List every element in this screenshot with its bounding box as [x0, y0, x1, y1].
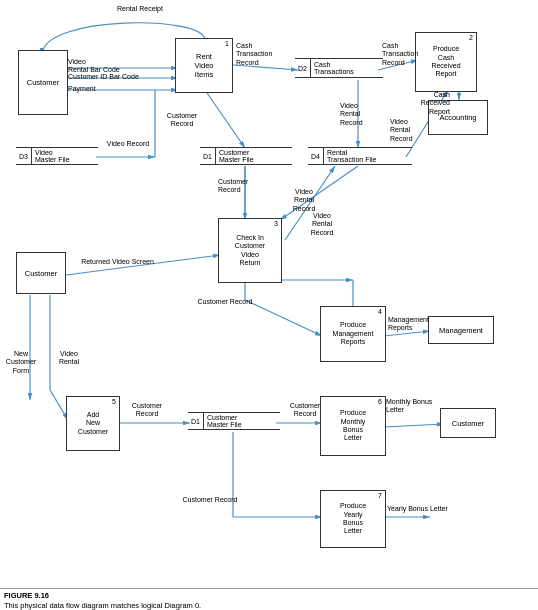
- figure-title-text: FIGURE 9.16: [4, 591, 49, 600]
- video-rental-text: VideoRental: [59, 350, 79, 365]
- cash-txn-1-text: CashTransactionRecord: [236, 42, 272, 66]
- customer-record-1-text: CustomerRecord: [167, 112, 197, 127]
- management-reports-text: ManagementReports: [388, 316, 429, 331]
- yearly-bonus-text: Yearly Bonus Letter: [387, 505, 448, 512]
- d1a-label: D1: [200, 148, 216, 164]
- diagram-container: Customer 1 Rent Video Items D2 CashTrans…: [0, 0, 538, 590]
- video-rental-record-4-text: VideoRentalRecord: [311, 212, 334, 236]
- d3-label: D3: [16, 148, 32, 164]
- video-record-text: Video Record: [107, 140, 149, 147]
- d2-sublabel: CashTransactions: [311, 61, 357, 75]
- process5-label: Add New Customer: [78, 411, 108, 436]
- customer3-label: Customer: [452, 419, 485, 428]
- label-video-rental-record-1: VideoRentalRecord: [340, 102, 392, 127]
- customer-record-5-text: CustomerRecord: [290, 402, 320, 417]
- cash-txn-2-text: CashTransactionRecord: [382, 42, 418, 66]
- label-yearly-bonus: Yearly Bonus Letter: [387, 505, 487, 513]
- process-7: 7 Produce Yearly Bonus Letter: [320, 490, 386, 548]
- process-5: 5 Add New Customer: [66, 396, 120, 451]
- label-customer-record-5: CustomerRecord: [278, 402, 332, 419]
- customer-record-6-text: Customer Record: [183, 496, 238, 503]
- process6-label: Produce Monthly Bonus Letter: [340, 409, 366, 443]
- label-customer-record-6: Customer Record: [170, 496, 250, 504]
- svg-line-26: [384, 424, 444, 427]
- figure-number: FIGURE 9.16: [4, 591, 534, 601]
- d3-sublabel: VideoMaster File: [32, 149, 73, 163]
- returned-video-text: Returned Video Screen: [81, 258, 154, 265]
- process2-num: 2: [469, 34, 473, 42]
- new-customer-form-text: NewCustomerForm: [6, 350, 36, 374]
- datastore-d2: D2 CashTransactions: [295, 58, 383, 78]
- video-rental-barcode-text: VideoRental Bar Code: [68, 58, 120, 73]
- label-cash-txn-1: CashTransactionRecord: [236, 42, 294, 67]
- figure-caption-text: This physical data flow diagram matches …: [4, 601, 534, 610]
- d1a-sublabel: CustomerMaster File: [216, 149, 257, 163]
- process4-num: 4: [378, 308, 382, 316]
- label-cash-txn-2: CashTransactionRecord: [382, 42, 440, 67]
- process6-num: 6: [378, 398, 382, 406]
- label-video-rental: VideoRental: [50, 350, 88, 367]
- customer-record-2-text: CustomerRecord: [218, 178, 248, 193]
- video-rental-record-2-text: VideoRentalRecord: [390, 118, 413, 142]
- d4-sublabel: RentalTransaction File: [324, 149, 380, 163]
- customer-external-1: Customer: [18, 50, 68, 115]
- label-management-reports: ManagementReports: [388, 316, 444, 333]
- customer-external-2: Customer: [16, 252, 66, 294]
- label-rental-receipt: Rental Receipt: [100, 5, 180, 13]
- label-customer-record-2: CustomerRecord: [218, 178, 272, 195]
- label-customer-record-1: CustomerRecord: [155, 112, 209, 129]
- process5-num: 5: [112, 398, 116, 406]
- d4-label: D4: [308, 148, 324, 164]
- datastore-d4: D4 RentalTransaction File: [308, 147, 412, 165]
- process-4: 4 Produce Management Reports: [320, 306, 386, 362]
- video-rental-record-1-text: VideoRentalRecord: [340, 102, 363, 126]
- label-customer-record-3: Customer Record: [185, 298, 265, 306]
- datastore-d1a: D1 CustomerMaster File: [200, 147, 292, 165]
- rental-receipt-text: Rental Receipt: [117, 5, 163, 12]
- d1b-sublabel: CustomerMaster File: [204, 414, 245, 428]
- d2-label: D2: [295, 59, 311, 77]
- svg-line-10: [205, 90, 245, 148]
- process1-num: 1: [225, 40, 229, 48]
- process-3: 3 Check In Customer Video Return: [218, 218, 282, 283]
- payment-text: Payment: [68, 85, 96, 92]
- label-monthly-bonus: Monthly BonusLetter: [386, 398, 444, 415]
- label-video-record: Video Record: [100, 140, 156, 148]
- customer1-label: Customer: [27, 78, 60, 87]
- label-payment: Payment: [68, 85, 128, 93]
- label-video-rental-record-2: VideoRentalRecord: [390, 118, 442, 143]
- video-rental-record-3-text: VideoRentalRecord: [293, 188, 316, 212]
- process1-label: Rent Video Items: [194, 52, 213, 79]
- label-video-rental-record-3: VideoRentalRecord: [278, 188, 330, 213]
- customer-id-barcode-text: Customer ID Bar Code: [68, 73, 139, 80]
- process7-num: 7: [378, 492, 382, 500]
- process3-num: 3: [274, 220, 278, 228]
- datastore-d3: D3 VideoMaster File: [16, 147, 98, 165]
- process7-label: Produce Yearly Bonus Letter: [340, 502, 366, 536]
- label-returned-video: Returned Video Screen: [70, 258, 165, 266]
- monthly-bonus-text: Monthly BonusLetter: [386, 398, 432, 413]
- customer2-label: Customer: [25, 269, 58, 278]
- label-customer-id-barcode: Customer ID Bar Code: [68, 73, 148, 81]
- customer-record-3-text: Customer Record: [198, 298, 253, 305]
- cash-received-text: CashReceivedReport: [421, 91, 450, 115]
- d1b-label: D1: [188, 413, 204, 429]
- label-new-customer-form: NewCustomerForm: [2, 350, 40, 375]
- datastore-d1b: D1 CustomerMaster File: [188, 412, 280, 430]
- label-cash-received: CashReceivedReport: [390, 91, 450, 116]
- figure-caption: FIGURE 9.16 This physical data flow diag…: [0, 588, 538, 610]
- label-customer-record-4: CustomerRecord: [120, 402, 174, 419]
- process4-label: Produce Management Reports: [333, 321, 374, 346]
- management-label: Management: [439, 326, 483, 335]
- customer-record-4-text: CustomerRecord: [132, 402, 162, 417]
- label-video-rental-record-4: VideoRentalRecord: [296, 212, 348, 237]
- process-1: 1 Rent Video Items: [175, 38, 233, 93]
- customer-external-3: Customer: [440, 408, 496, 438]
- process3-label: Check In Customer Video Return: [235, 234, 265, 268]
